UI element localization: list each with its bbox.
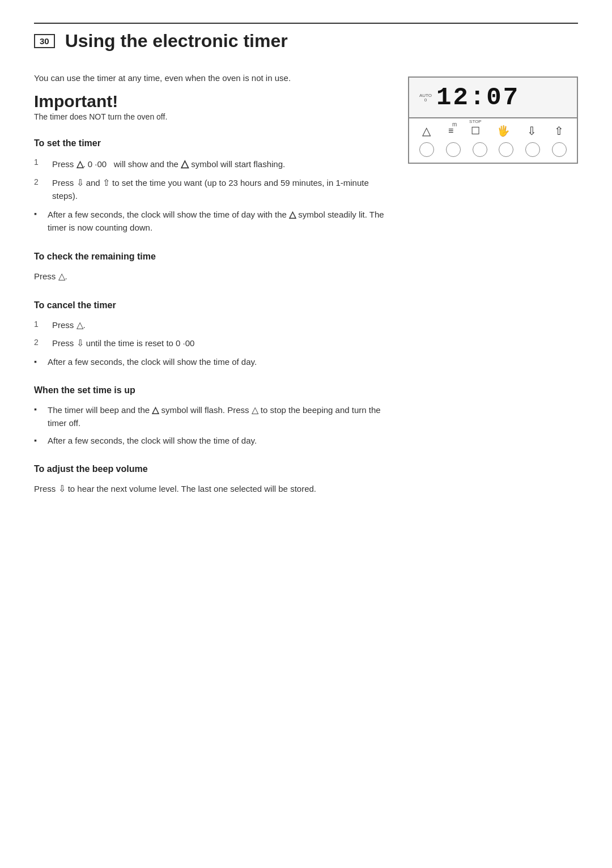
beep-volume-press-line: Press ⇩ to hear the next volume level. T… [34, 482, 385, 496]
time-up-bullet-list: ▪ The timer will beep and the △ symbol w… [34, 403, 385, 447]
bullet-symbol: ▪ [34, 435, 41, 448]
page-number: 30 [34, 34, 55, 48]
section-heading-cancel-timer: To cancel the timer [34, 300, 385, 310]
icon-row: △ m ≡ STOP ☐ 🖐 ⇩ ⇧ [408, 118, 578, 140]
section-beep-volume: To adjust the beep volume Press ⇩ to hea… [34, 464, 385, 496]
intro-text: You can use the timer at any time, even … [34, 72, 385, 85]
important-block: Important! The timer does NOT turn the o… [34, 92, 385, 121]
cancel-timer-bullet-list: ▪ After a few seconds, the clock will sh… [34, 356, 385, 369]
list-text: Press △. 0 ·00 will show and the △ symbo… [52, 156, 285, 172]
content-wrapper: You can use the timer at any time, even … [34, 72, 578, 513]
list-item: ▪ After a few seconds, the clock will sh… [34, 356, 385, 369]
stop-icon: STOP ☐ [471, 125, 480, 137]
bullet-symbol: ▪ [34, 208, 41, 235]
section-set-timer: To set the timer 1 Press △. 0 ·00 will s… [34, 138, 385, 235]
list-item: ▪ After a few seconds, the clock will sh… [34, 208, 385, 235]
set-timer-bullet-list: ▪ After a few seconds, the clock will sh… [34, 208, 385, 235]
list-text: After a few seconds, the clock will show… [48, 208, 385, 235]
list-item: 2 Press ⇩ and ⇧ to set the time you want… [34, 176, 385, 203]
button-3[interactable] [473, 142, 487, 157]
cancel-timer-numbered-list: 1 Press △. 2 Press ⇩ until the time is r… [34, 318, 385, 350]
list-text: After a few seconds, the clock will show… [48, 356, 257, 369]
right-column: AUTO 0 12:07 △ m ≡ STOP ☐ 🖐 ⇩ ⇧ [408, 72, 578, 513]
section-heading-time-up: When the set time is up [34, 385, 385, 395]
section-heading-set-timer: To set the timer [34, 138, 385, 148]
list-item: ▪ After a few seconds, the clock will sh… [34, 435, 385, 448]
bullet-symbol: ▪ [34, 356, 41, 369]
button-row [408, 140, 578, 164]
hand-icon: 🖐 [497, 125, 509, 137]
list-number: 2 [34, 337, 43, 350]
check-timer-press-line: Press △. [34, 270, 385, 283]
section-check-timer: To check the remaining time Press △. [34, 252, 385, 283]
list-item: 1 Press △. [34, 318, 385, 332]
timer-digits: 12:07 [436, 83, 520, 112]
list-text: After a few seconds, the clock will show… [48, 435, 257, 448]
section-cancel-timer: To cancel the timer 1 Press △. 2 Press ⇩… [34, 300, 385, 369]
left-column: You can use the timer at any time, even … [34, 72, 385, 513]
bullet-symbol: ▪ [34, 403, 41, 430]
list-number: 1 [34, 156, 43, 172]
section-heading-beep-volume: To adjust the beep volume [34, 464, 385, 474]
list-text: Press ⇩ and ⇧ to set the time you want (… [52, 176, 385, 203]
button-4[interactable] [499, 142, 513, 157]
page-title: Using the electronic timer [65, 31, 288, 52]
list-number: 2 [34, 176, 43, 203]
list-text: The timer will beep and the △ symbol wil… [48, 403, 385, 430]
list-number: 1 [34, 318, 43, 332]
list-text: Press ⇩ until the time is reset to 0 ·00 [52, 337, 194, 350]
button-1[interactable] [419, 142, 434, 157]
button-2[interactable] [446, 142, 461, 157]
grid-icon: m ≡ [448, 126, 453, 136]
list-item: 1 Press △. 0 ·00 will show and the △ sym… [34, 156, 385, 172]
timer-display: AUTO 0 12:07 [408, 76, 578, 118]
button-5[interactable] [525, 142, 540, 157]
section-time-up: When the set time is up ▪ The timer will… [34, 385, 385, 447]
bell-icon: △ [422, 124, 431, 138]
down-arrow-icon: ⇩ [527, 124, 537, 138]
list-item: ▪ The timer will beep and the △ symbol w… [34, 403, 385, 430]
list-item: 2 Press ⇩ until the time is reset to 0 ·… [34, 337, 385, 350]
section-heading-check-timer: To check the remaining time [34, 252, 385, 262]
set-timer-numbered-list: 1 Press △. 0 ·00 will show and the △ sym… [34, 156, 385, 203]
button-6[interactable] [552, 142, 567, 157]
page-header: 30 Using the electronic timer [34, 23, 578, 52]
important-heading: Important! [34, 92, 385, 111]
timer-panel: AUTO 0 12:07 △ m ≡ STOP ☐ 🖐 ⇩ ⇧ [408, 76, 578, 164]
important-text: The timer does NOT turn the oven off. [34, 112, 385, 121]
list-text: Press △. [52, 318, 86, 332]
up-arrow-icon: ⇧ [554, 124, 564, 138]
